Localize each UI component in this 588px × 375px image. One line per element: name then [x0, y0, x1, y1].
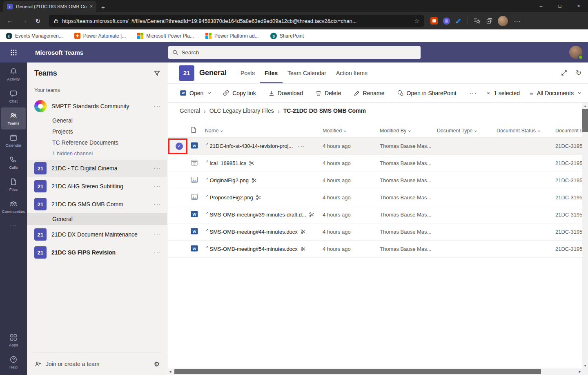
team-item-tc-digital-cinema[interactable]: 21 21DC - TC Digital Cinema ··· [27, 160, 167, 177]
file-name[interactable]: SMS-OMB-meeting#44-minutes.docx [210, 229, 298, 235]
vertical-scrollbar[interactable]: ▲ ▼ [582, 103, 588, 368]
team-item-ahg-stereo[interactable]: 21 21DC AHG Stereo Subtitling ··· [27, 178, 167, 195]
manage-teams-gear-icon[interactable]: ⚙ [154, 360, 160, 368]
delete-button[interactable]: Delete [315, 90, 341, 96]
column-header-modified-by[interactable]: Modified By [380, 128, 437, 134]
horizontal-scroll-thumb[interactable] [174, 369, 541, 374]
extension-icon-badge[interactable] [441, 16, 452, 26]
refresh-icon[interactable]: ↻ [576, 69, 581, 77]
team-item-sg-fips[interactable]: 21 21DC SG FIPS Revision ··· [27, 244, 167, 261]
maximize-button[interactable]: □ [550, 0, 569, 12]
browser-menu-button[interactable]: ··· [511, 15, 523, 27]
collections-icon[interactable] [484, 16, 494, 26]
file-row[interactable]: W ↗ SMS-OMB-meeting#54-minutes.docx 4 ho… [168, 241, 588, 258]
rail-item-chat[interactable]: Chat [1, 85, 26, 107]
scroll-up-icon[interactable]: ▲ [584, 103, 587, 109]
browser-tab[interactable]: T General (21DC DG SMS OMB Co... × [3, 1, 96, 12]
hidden-channels-link[interactable]: 1 hidden channel [27, 148, 167, 159]
rail-item-calls[interactable]: Calls [1, 152, 26, 174]
scroll-right-icon[interactable]: ▶ [579, 370, 581, 373]
file-row[interactable]: ↗ OriginalFig2.png 4 hours ago Thomas Ba… [168, 172, 588, 189]
bookmark-item-power-platform-1[interactable]: Microsoft Power Pla... [137, 33, 194, 39]
rail-more-button[interactable]: ··· [0, 218, 27, 232]
search-input[interactable] [181, 49, 416, 56]
file-type-column-icon[interactable] [190, 127, 197, 133]
bookmark-item-sharepoint[interactable]: S SharePoint [270, 33, 304, 39]
tab-posts[interactable]: Posts [236, 62, 260, 83]
column-header-name[interactable]: Name [205, 128, 323, 134]
file-name[interactable]: 21DC-info-st-430-14-revision-proj... [210, 143, 293, 149]
address-bar[interactable]: https://teams.microsoft.com/_#/files/Gen… [49, 15, 424, 27]
open-button[interactable]: W Open [180, 89, 210, 96]
file-row-selected[interactable]: ✓ W ↗ 21DC-info-st-430-14-revision-proj.… [168, 138, 588, 155]
copy-link-button[interactable]: Copy link [223, 89, 256, 96]
reload-button[interactable]: ↻ [32, 15, 44, 27]
expand-icon[interactable] [561, 69, 568, 76]
column-header-document-type[interactable]: Document Type [437, 128, 497, 134]
horizontal-scrollbar[interactable]: ◀ ▶ [168, 368, 582, 375]
channel-item-general[interactable]: General [27, 115, 167, 126]
channel-item-projects[interactable]: Projects [27, 126, 167, 137]
tab-action-items[interactable]: Action Items [331, 62, 372, 83]
team-item-dg-sms-omb[interactable]: 21 21DC DG SMS OMB Comm ··· [27, 196, 167, 213]
rail-item-apps[interactable]: Apps [1, 329, 26, 351]
file-name[interactable]: SMS-OMB-meeting#39-minutes-draft.d... [210, 212, 306, 218]
tab-team-calendar[interactable]: Team Calendar [283, 62, 331, 83]
breadcrumb-general[interactable]: General [180, 107, 200, 114]
extension-icon-pen[interactable] [453, 16, 464, 26]
rail-item-calendar[interactable]: Calendar [1, 129, 26, 152]
forward-button[interactable]: → [18, 15, 30, 27]
filter-icon[interactable] [154, 70, 160, 77]
breadcrumb-olc-library[interactable]: OLC Legacy Library Files [209, 107, 274, 114]
rename-button[interactable]: Rename [354, 90, 385, 96]
team-more-button[interactable]: ··· [154, 201, 162, 208]
channel-item-general-selected[interactable]: General [27, 213, 167, 225]
extension-icon-office[interactable] [429, 16, 439, 26]
team-more-button[interactable]: ··· [154, 249, 162, 256]
vertical-scroll-thumb[interactable] [582, 109, 588, 132]
file-row[interactable]: W ↗ SMS-OMB-meeting#44-minutes.docx 4 ho… [168, 223, 588, 241]
join-create-team-button[interactable]: Join or create a team [46, 361, 100, 367]
browser-profile-avatar[interactable] [498, 16, 508, 26]
new-tab-button[interactable]: + [101, 4, 105, 10]
selection-count[interactable]: × 1 selected [487, 90, 520, 96]
download-button[interactable]: Download [268, 90, 303, 96]
scroll-left-icon[interactable]: ◀ [169, 370, 171, 373]
file-row[interactable]: ↗ ical_169851.ics 4 hours ago Thomas Bau… [168, 155, 588, 172]
bookmark-item-power-platform-2[interactable]: Power Platform ad... [205, 33, 259, 39]
rail-item-communities[interactable]: Communities [1, 196, 26, 218]
rail-item-files[interactable]: Files [1, 174, 26, 196]
more-commands-button[interactable]: ··· [469, 90, 477, 96]
view-selector[interactable]: ≡ All Documents [530, 89, 581, 96]
rail-item-activity[interactable]: Activity [1, 63, 26, 85]
file-row[interactable]: W ↗ SMS-OMB-meeting#39-minutes-draft.d..… [168, 206, 588, 223]
file-row[interactable]: ↗ ProposedFig2.png 4 hours ago Thomas Ba… [168, 189, 588, 206]
file-name[interactable]: ProposedFig2.png [210, 194, 253, 201]
user-avatar[interactable] [569, 46, 582, 59]
minimize-button[interactable]: – [532, 0, 550, 12]
tab-close-icon[interactable]: × [90, 4, 93, 9]
channel-item-tc-reference[interactable]: TC Reference Documents [27, 137, 167, 148]
team-more-button[interactable]: ··· [154, 231, 162, 238]
waffle-icon[interactable] [0, 49, 27, 56]
bookmark-item-events[interactable]: k Events Managemen... [6, 33, 63, 39]
tab-files[interactable]: Files [260, 62, 283, 83]
file-name[interactable]: OriginalFig2.png [210, 177, 249, 183]
team-more-button[interactable]: ··· [154, 183, 162, 190]
bookmark-star-icon[interactable]: ☆ [414, 18, 419, 24]
file-name[interactable]: ical_169851.ics [210, 160, 247, 166]
file-more-button[interactable]: ··· [298, 143, 305, 150]
team-more-button[interactable]: ··· [154, 165, 162, 172]
team-item-smpte[interactable]: SMPTE Standards Community ··· [27, 98, 167, 115]
bookmark-item-power-automate[interactable]: Power Automate |... [74, 33, 126, 39]
clear-selection-icon[interactable]: × [487, 90, 490, 96]
team-more-button[interactable]: ··· [154, 103, 162, 109]
file-name[interactable]: SMS-OMB-meeting#54-minutes.docx [210, 246, 298, 252]
scroll-down-icon[interactable]: ▼ [584, 363, 587, 368]
team-item-dx-document[interactable]: 21 21DC DX Document Maintenance ··· [27, 226, 167, 243]
back-button[interactable]: ← [4, 15, 16, 27]
search-bar[interactable] [168, 46, 421, 59]
favorites-icon[interactable] [472, 16, 482, 26]
rail-item-help[interactable]: Help [1, 351, 26, 373]
window-close-button[interactable]: × [569, 0, 588, 12]
